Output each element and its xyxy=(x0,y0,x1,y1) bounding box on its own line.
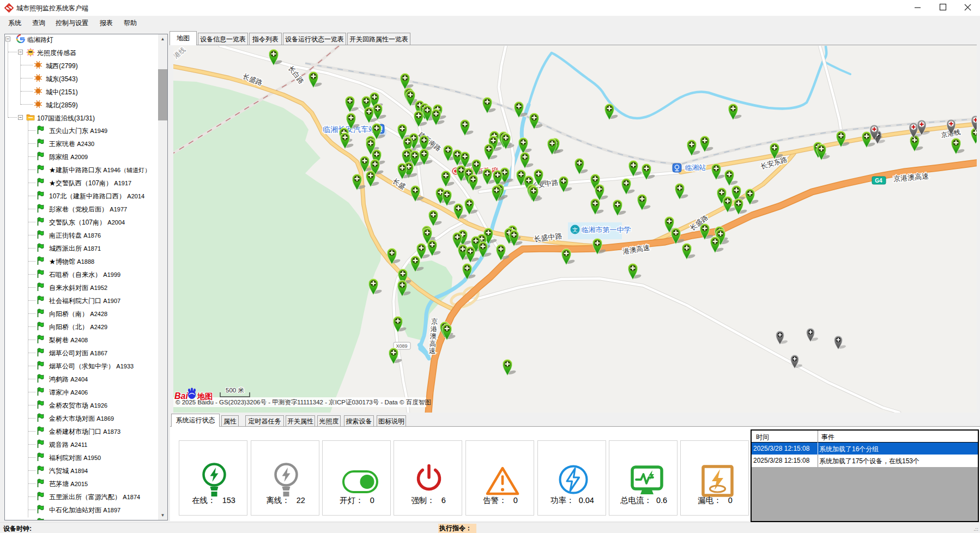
svg-text:澳: 澳 xyxy=(430,332,437,340)
svg-text:地图: 地图 xyxy=(197,392,213,401)
svg-text:港: 港 xyxy=(431,325,438,333)
svg-text:X089: X089 xyxy=(396,343,407,349)
svg-text:文: 文 xyxy=(572,227,578,233)
svg-text:© 2025 Baidu - GS(2023)3206号 -: © 2025 Baidu - GS(2023)3206号 - 甲测资字11111… xyxy=(176,399,431,405)
svg-text:高: 高 xyxy=(429,340,437,348)
svg-text:临湘站: 临湘站 xyxy=(685,163,706,172)
svg-text:G4: G4 xyxy=(875,178,882,184)
svg-text:速: 速 xyxy=(429,347,436,355)
svg-text:Bai: Bai xyxy=(174,391,188,401)
svg-text:临湘市第一中学: 临湘市第一中学 xyxy=(582,226,631,234)
svg-text:500 米: 500 米 xyxy=(226,387,244,393)
svg-text:京: 京 xyxy=(431,318,438,325)
